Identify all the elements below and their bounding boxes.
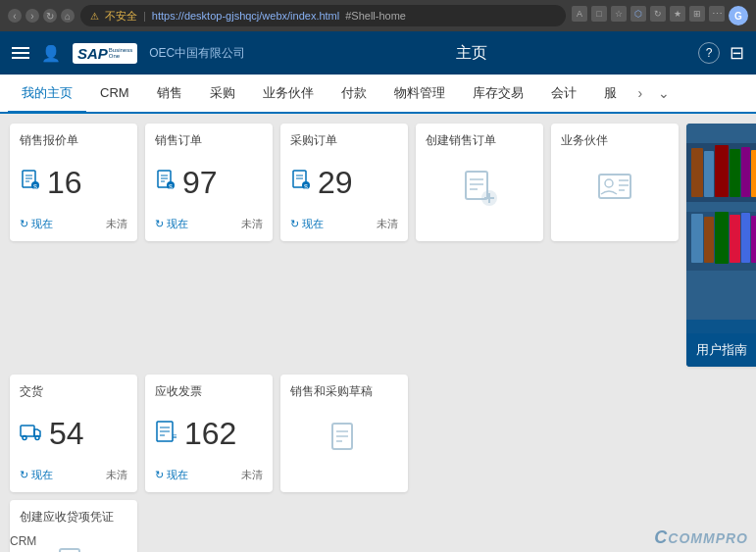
tile-ar-invoice-number: 162: [184, 418, 236, 449]
svg-rect-54: [704, 217, 714, 263]
tile-create-ar-credit-title: 创建应收贷项凭证: [20, 510, 127, 526]
watermark: CCOMMPRO: [654, 527, 748, 548]
svg-text:$: $: [33, 183, 37, 190]
bookmark-button[interactable]: ☆: [611, 6, 627, 22]
tile-delivery-main: 54: [20, 418, 127, 449]
svg-text:$: $: [304, 183, 308, 190]
tile-sales-quotation-number: 16: [47, 167, 82, 198]
tile-delivery-title: 交货: [20, 384, 127, 400]
security-warning-icon: ⚠: [90, 11, 99, 22]
tile-sales-quotation[interactable]: 销售报价单 $ 16 ↻ 现在: [10, 124, 137, 241]
business-partner-icon: [595, 169, 634, 211]
address-bar[interactable]: ⚠ 不安全 | https://desktop-gjshqcj/webx/ind…: [80, 5, 566, 26]
svg-rect-35: [730, 149, 740, 197]
favorites-button[interactable]: ★: [670, 6, 685, 22]
tile-sales-order-pending: 未清: [241, 217, 263, 231]
svg-point-25: [605, 179, 613, 187]
help-button[interactable]: ?: [698, 42, 720, 64]
document-icon: $: [20, 170, 41, 196]
tile-create-sales-order[interactable]: 创建销售订单: [416, 124, 543, 241]
tile-purchase-order-number: 29: [318, 167, 353, 198]
profile-avatar[interactable]: G: [729, 6, 748, 25]
tile-sales-quotation-footer: ↻ 现在 未清: [20, 217, 127, 231]
tiles-row-3: 创建应收贷项凭证: [10, 500, 746, 552]
nav-item-sales[interactable]: 销售: [143, 75, 196, 114]
tile-sales-order-number: 97: [182, 167, 218, 198]
back-button[interactable]: ‹: [8, 9, 22, 23]
nav-item-home[interactable]: 我的主页: [8, 75, 86, 114]
tile-sales-order-now[interactable]: ↻ 现在: [155, 217, 188, 231]
create-document-icon: [460, 169, 499, 211]
tile-purchase-order-now[interactable]: ↻ 现在: [290, 217, 324, 231]
svg-rect-58: [751, 216, 756, 263]
svg-rect-34: [715, 145, 729, 197]
menu-line-3: [12, 57, 29, 59]
svg-rect-56: [730, 215, 740, 263]
svg-rect-33: [704, 151, 714, 197]
tile-user-guide-image[interactable]: 用户指南: [686, 124, 756, 367]
tile-sales-purchase-draft-title: 销售和采购草稿: [290, 384, 398, 400]
svg-rect-53: [691, 214, 703, 263]
tile-ar-invoice[interactable]: 应收发票 ≡ 162 ↻ 现在 未清: [145, 375, 273, 492]
svg-rect-36: [741, 147, 750, 197]
sales-order-icon: $: [155, 170, 176, 196]
nav-item-accounting[interactable]: 会计: [537, 75, 590, 114]
tile-sales-purchase-draft-center: [290, 400, 398, 482]
tile-purchase-order-title: 采购订单: [290, 133, 398, 149]
nav-item-business-partner[interactable]: 业务伙伴: [249, 75, 328, 114]
tile-purchase-order-main: $ 29: [290, 167, 398, 198]
bottom-section-label: CRM: [10, 534, 36, 548]
tile-sales-purchase-draft[interactable]: 销售和采购草稿: [280, 375, 408, 492]
tile-delivery[interactable]: 交货 54 ↻ 现在 未清: [10, 375, 137, 492]
tile-delivery-now[interactable]: ↻ 现在: [20, 468, 53, 482]
forward-button[interactable]: ›: [25, 9, 39, 23]
nav-item-payment[interactable]: 付款: [328, 75, 380, 114]
url-text: https://desktop-gjshqcj/webx/index.html: [152, 10, 339, 22]
tile-ar-invoice-now[interactable]: ↻ 现在: [155, 468, 188, 482]
svg-text:$: $: [169, 183, 173, 190]
draft-document-icon: [325, 420, 364, 462]
reader-mode-button[interactable]: A: [572, 6, 587, 22]
hamburger-menu-icon[interactable]: [12, 47, 29, 59]
tile-ar-invoice-main: ≡ 162: [155, 418, 263, 449]
sync-button[interactable]: ↻: [650, 6, 666, 22]
refresh-button[interactable]: ↻: [43, 9, 57, 23]
tile-sales-order[interactable]: 销售订单 $ 97 ↻ 现在: [145, 124, 273, 241]
nav-item-services[interactable]: 服: [590, 75, 630, 114]
sap-logo[interactable]: SAP Business One: [73, 43, 137, 64]
tile-sales-quotation-title: 销售报价单: [20, 133, 127, 149]
browser-chrome: ‹ › ↻ ⌂ ⚠ 不安全 | https://desktop-gjshqcj/…: [0, 0, 756, 31]
library-background: 用户指南: [686, 124, 756, 367]
svg-point-74: [23, 435, 26, 439]
delivery-truck-icon: [20, 422, 43, 446]
tile-user-guide-label: 用户指南: [686, 333, 756, 367]
ar-invoice-icon: ≡: [155, 421, 178, 447]
menu-line-2: [12, 52, 29, 54]
sidebar-toggle-button[interactable]: ⊟: [730, 42, 744, 64]
nav-item-inventory[interactable]: 库存交易: [459, 75, 537, 114]
tile-delivery-pending: 未清: [106, 468, 127, 482]
collection-button[interactable]: ⊞: [689, 6, 705, 22]
svg-rect-55: [715, 212, 729, 264]
tile-purchase-order[interactable]: 采购订单 $ 29 ↻ 现在 未清: [280, 124, 408, 241]
home-button[interactable]: ⌂: [61, 9, 75, 23]
tile-sales-quotation-now[interactable]: ↻ 现在: [20, 217, 53, 231]
menu-button[interactable]: ⋯: [709, 6, 725, 22]
tile-sales-quotation-main: $ 16: [20, 167, 127, 198]
tile-business-partner[interactable]: 业务伙伴: [551, 124, 679, 241]
nav-item-materials[interactable]: 物料管理: [380, 75, 459, 114]
tile-delivery-footer: ↻ 现在 未清: [20, 468, 127, 482]
tile-purchase-order-footer: ↻ 现在 未清: [290, 217, 398, 231]
separator: |: [143, 10, 146, 22]
nav-more-button[interactable]: ›: [630, 75, 651, 112]
tab-button[interactable]: □: [591, 6, 607, 22]
extension-button[interactable]: ⬡: [630, 6, 646, 22]
tile-sales-order-footer: ↻ 现在 未清: [155, 217, 263, 231]
nav-item-purchase[interactable]: 采购: [196, 75, 249, 114]
refresh-icon: ↻: [20, 469, 28, 481]
user-profile-icon[interactable]: 👤: [41, 44, 61, 63]
svg-point-75: [35, 435, 39, 439]
refresh-icon: ↻: [155, 218, 164, 230]
nav-expand-button[interactable]: ⌄: [650, 75, 678, 112]
nav-item-crm[interactable]: CRM: [86, 75, 143, 114]
